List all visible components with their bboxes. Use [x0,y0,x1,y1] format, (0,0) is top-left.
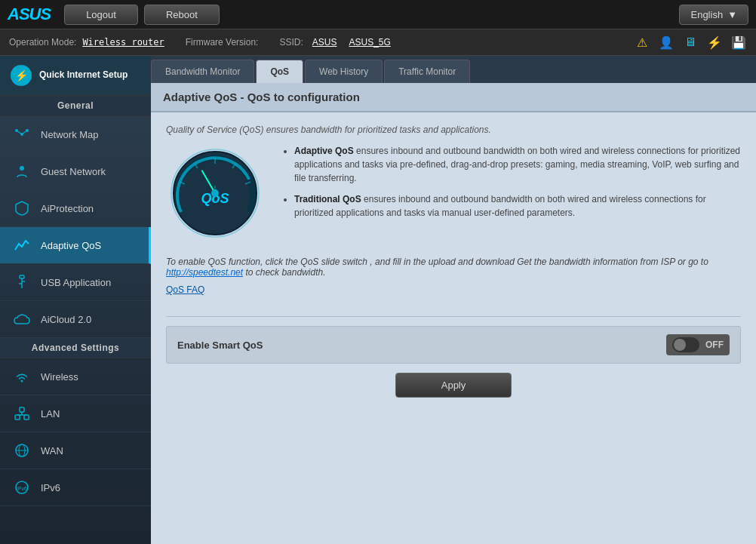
smart-qos-row: Enable Smart QoS OFF [166,326,741,364]
traditional-qos-bullet: Traditional QoS ensures inbound and outb… [294,192,741,220]
sidebar-item-aicloud[interactable]: AiCloud 2.0 [0,301,151,338]
quick-internet-setup[interactable]: ⚡ Quick Internet Setup [0,56,151,96]
chevron-down-icon: ▼ [727,9,737,20]
ssid-label: SSID: [279,37,303,48]
advanced-settings-section-header: Advanced Settings [0,338,151,358]
toggle-state-label: OFF [705,340,724,350]
svg-line-4 [22,131,27,134]
wan-label: WAN [41,445,63,456]
ssid-value1: ASUS [312,37,337,48]
sidebar-item-usb-application[interactable]: USB Application [0,264,151,301]
quick-setup-icon: ⚡ [11,65,32,86]
sidebar-item-network-map[interactable]: Network Map [0,116,151,153]
enable-text-part2: to check bandwidth. [243,267,325,278]
wireless-label: Wireless [41,371,78,383]
wireless-icon [12,367,32,386]
main-content-area: Bandwidth Monitor QoS Web History Traffi… [151,56,756,544]
main-layout: ⚡ Quick Internet Setup General Network M… [0,56,756,544]
traditional-qos-bold: Traditional QoS [294,194,361,204]
svg-point-5 [20,166,24,171]
reboot-button[interactable]: Reboot [144,5,220,25]
sidebar-item-aiprotection[interactable]: AiProtection [0,190,151,227]
smart-qos-label: Enable Smart QoS [177,340,666,351]
ssid-value2: ASUS_5G [349,37,391,48]
adaptive-qos-bullet: Adaptive QoS ensures inbound and outboun… [294,144,741,185]
page-title: Adaptive QoS - QoS to configuration [163,91,744,103]
tab-web-history[interactable]: Web History [305,60,383,83]
aiprotection-icon [12,198,32,218]
tab-qos[interactable]: QoS [256,60,303,83]
sidebar-item-wan[interactable]: WAN [0,432,151,469]
sidebar-item-lan[interactable]: LAN [0,395,151,432]
adaptive-qos-bold: Adaptive QoS [294,146,354,156]
network-map-label: Network Map [41,129,99,140]
language-selector[interactable]: English ▼ [679,5,748,25]
svg-text:IPv6: IPv6 [17,486,27,491]
content-panel: Adaptive QoS - QoS to configuration Qual… [151,83,756,544]
svg-rect-6 [20,275,24,278]
status-bar: Operation Mode: Wireless router Firmware… [0,29,756,56]
operation-mode-label: Operation Mode: [9,37,76,48]
aicloud-label: AiCloud 2.0 [41,314,91,325]
sidebar-item-adaptive-qos[interactable]: Adaptive QoS [0,227,151,264]
content-header: Adaptive QoS - QoS to configuration [151,83,756,112]
toggle-switch[interactable] [672,337,699,352]
content-body: Quality of Service (QoS) ensures bandwid… [151,112,756,410]
aicloud-icon [12,309,32,329]
ipv6-label: IPv6 [41,482,60,493]
adaptive-qos-label: Adaptive QoS [41,240,101,251]
storage-icon: 💾 [730,34,747,51]
enable-description: To enable QoS function, click the QoS sl… [166,257,741,278]
smart-qos-toggle[interactable]: OFF [666,334,730,355]
topbar: ASUS Logout Reboot English ▼ [0,0,756,29]
sidebar-item-ipv6[interactable]: IPv6 IPv6 [0,469,151,506]
svg-point-10 [21,380,23,383]
ipv6-icon: IPv6 [12,478,32,497]
speedtest-link[interactable]: http://speedtest.net [166,267,243,278]
firmware-label: Firmware Version: [186,37,259,48]
usb-application-label: USB Application [41,277,111,288]
tabs-bar: Bandwidth Monitor QoS Web History Traffi… [151,56,756,83]
divider [166,316,741,317]
tab-bandwidth-monitor[interactable]: Bandwidth Monitor [151,60,254,83]
adaptive-qos-text: ensures inbound and outbound bandwidth o… [294,146,740,183]
qos-faq-link[interactable]: QoS FAQ [166,284,204,295]
adaptive-qos-icon [12,235,32,255]
lan-label: LAN [41,408,60,420]
usb-application-icon [12,272,32,292]
warning-icon: ⚠ [634,34,650,51]
info-section: QoS Adaptive QoS [166,144,741,244]
user-icon: 👤 [658,34,675,51]
feature-list: Adaptive QoS ensures inbound and outboun… [279,144,741,244]
aiprotection-label: AiProtection [41,203,94,214]
svg-line-3 [17,131,22,134]
svg-rect-13 [24,415,29,420]
usb-icon: ⚡ [706,34,723,51]
enable-text-part1: To enable QoS function, click the QoS sl… [166,257,708,267]
status-icons: ⚠ 👤 🖥 ⚡ 💾 [634,34,747,51]
guest-network-label: Guest Network [41,166,106,177]
intro-text: Quality of Service (QoS) ensures bandwid… [166,124,741,135]
wan-icon [12,441,32,460]
apply-button[interactable]: Apply [395,373,512,398]
logout-button[interactable]: Logout [64,5,138,25]
guest-network-icon [12,161,32,181]
quick-setup-label: Quick Internet Setup [39,69,128,81]
svg-rect-12 [20,407,24,412]
general-section-header: General [0,96,151,116]
sidebar-item-guest-network[interactable]: Guest Network [0,153,151,190]
qos-gauge-svg: QoS [166,144,264,242]
network-map-icon [12,124,32,144]
sidebar: ⚡ Quick Internet Setup General Network M… [0,56,151,544]
operation-mode-value: Wireless router [82,37,164,48]
svg-rect-11 [15,415,20,420]
qos-gauge-container: QoS [166,144,264,244]
language-label: English [690,9,723,20]
lan-icon [12,404,32,423]
monitor-icon: 🖥 [682,34,699,51]
asus-logo: ASUS [8,5,51,24]
tab-traffic-monitor[interactable]: Traffic Monitor [384,60,470,83]
sidebar-item-wireless[interactable]: Wireless [0,358,151,395]
